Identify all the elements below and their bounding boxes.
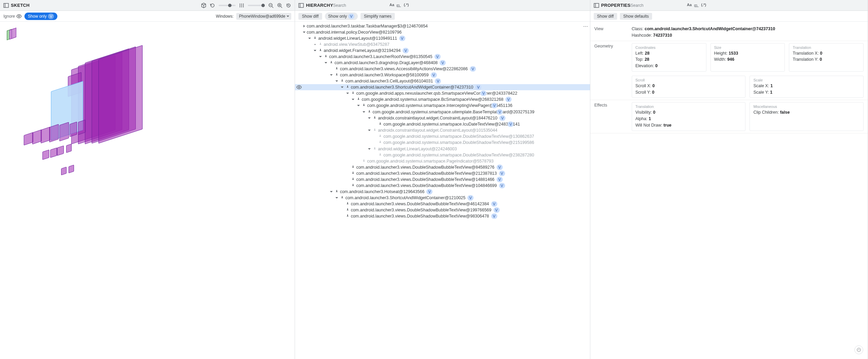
zoom-out-icon[interactable] [268,3,274,8]
depth-slider[interactable] [248,5,265,6]
expand-toggle[interactable] [302,31,307,34]
expand-toggle[interactable] [318,55,323,58]
pin-icon[interactable] [335,190,338,193]
pin-icon[interactable] [319,49,322,52]
simplify-names-button[interactable]: Simplify names [361,13,395,20]
expand-toggle[interactable] [302,24,307,28]
tree-row[interactable]: com.android.launcher3.views.DoubleShadow… [295,164,590,170]
tree-row[interactable]: com.android.launcher3.Workspace@58100959… [295,72,590,78]
history-icon[interactable] [286,3,291,8]
pin-icon[interactable] [330,61,333,64]
pin-icon[interactable] [373,116,376,120]
pin-icon[interactable] [373,147,376,151]
pin-icon[interactable] [373,129,376,132]
ignore-toggle[interactable]: Ignore [3,14,22,19]
tree-row[interactable]: com.android.launcher3.views.DoubleShadow… [295,183,590,189]
sketch-3d-view[interactable] [0,22,295,359]
pin-icon[interactable] [378,153,382,157]
pin-icon[interactable] [357,98,360,101]
pin-icon[interactable] [340,196,344,200]
tree-row[interactable]: android.widget.FrameLayout@32194294V [295,48,590,54]
pin-icon[interactable] [324,55,328,58]
tree-row[interactable]: com.android.launcher3.views.DoubleShadow… [295,176,590,183]
expand-toggle[interactable] [334,79,339,83]
pin-icon[interactable] [351,172,355,175]
cube-icon[interactable] [201,3,206,8]
show-only-button[interactable]: Show only V [325,13,358,20]
pin-icon[interactable] [378,141,382,144]
expand-toggle[interactable] [307,37,312,40]
tree-row[interactable]: androidx.constraintlayout.widget.Constra… [295,127,590,133]
tree-row[interactable]: com.google.android.systemui.smartspace.D… [295,139,590,146]
tree-row[interactable]: android.widget.LinearLayout@224246003 [295,146,590,152]
expand-toggle[interactable] [362,110,366,114]
pin-icon[interactable] [313,37,317,40]
tree-row[interactable]: com.android.launcher3.Hotseat@129643566V [295,189,590,195]
sketch-minimap[interactable] [6,28,18,42]
tree-row[interactable]: com.google.android.systemui.smartspace.I… [295,121,590,127]
tree-row[interactable]: com.google.android.systemui.smartspace.D… [295,152,590,158]
expand-toggle[interactable] [345,92,350,95]
expand-toggle[interactable] [367,147,372,151]
show-diff-button[interactable]: Show diff [594,13,617,20]
tree-row[interactable]: com.google.android.systemui.smartspace.D… [295,133,590,139]
pin-icon[interactable] [346,208,349,212]
search-input[interactable] [631,3,685,8]
expand-toggle[interactable] [356,104,361,107]
pin-icon[interactable] [362,159,366,163]
word-match-icon[interactable] [396,3,402,8]
tree-row[interactable]: com.android.launcher3.ShortcutAndWidgetC… [295,84,590,90]
pin-icon[interactable] [346,86,349,89]
tree-row[interactable]: android.view.ViewStub@63475287 [295,41,590,48]
tree-row[interactable]: com.android.launcher3.views.DoubleShadow… [295,170,590,176]
tree-row[interactable]: com.google.android.apps.nexuslauncher.qs… [295,90,590,96]
hierarchy-tree[interactable]: com.android.launcher3.taskbar.TaskbarMan… [295,22,590,359]
tree-row[interactable]: com.android.internal.policy.DecorView@82… [295,29,590,35]
pin-icon[interactable] [351,178,355,181]
zoom-in-icon[interactable] [277,3,282,8]
spacing-slider[interactable] [219,5,236,6]
pin-icon[interactable] [335,67,338,71]
tree-row[interactable]: com.android.launcher3.dragndrop.DragLaye… [295,60,590,66]
pin-icon[interactable] [378,135,382,138]
word-match-icon[interactable] [694,3,699,8]
pin-icon[interactable] [368,110,371,114]
tree-row[interactable]: com.google.android.systemui.smartspace.I… [295,102,590,109]
pin-icon[interactable] [319,43,322,46]
pin-icon[interactable] [351,166,355,169]
rotate-icon[interactable] [210,3,215,8]
pin-icon[interactable] [362,104,366,107]
match-case-icon[interactable]: Aa [687,3,692,8]
expand-toggle[interactable] [329,73,334,77]
tree-row[interactable]: com.google.android.systemui.smartspace.B… [295,96,590,102]
search-input[interactable] [333,3,387,8]
pin-icon[interactable] [340,79,344,83]
expand-toggle[interactable] [367,116,372,120]
pin-icon[interactable] [335,73,338,77]
show-diff-button[interactable]: Show diff [298,13,322,20]
tree-row[interactable]: com.android.launcher3.ShortcutAndWidgetC… [295,195,590,201]
windows-select[interactable]: PhoneWindow@ad699de [236,13,291,20]
tree-row[interactable]: com.android.launcher3.LauncherRootView@8… [295,54,590,60]
tree-row[interactable]: android.widget.LinearLayout@110949111V [295,35,590,41]
tree-row[interactable]: com.google.android.systemui.smartspace.P… [295,158,590,164]
tree-row[interactable]: com.android.launcher3.views.DoubleShadow… [295,201,590,207]
tree-row[interactable]: com.android.launcher3.views.Accessibilit… [295,66,590,72]
expand-toggle[interactable] [340,86,345,89]
tree-row[interactable]: com.android.launcher3.taskbar.TaskbarMan… [295,23,590,29]
expand-toggle[interactable] [313,43,317,46]
match-case-icon[interactable]: Aa [389,3,394,8]
pin-icon[interactable] [351,92,355,95]
regex-icon[interactable]: (.*) [404,3,409,8]
tree-row[interactable]: com.android.launcher3.views.DoubleShadow… [295,207,590,213]
pin-icon[interactable] [346,214,349,218]
show-defaults-button[interactable]: Show defaults [620,13,652,20]
pin-icon[interactable] [378,122,382,126]
tree-row[interactable]: com.android.launcher3.views.DoubleShadow… [295,213,590,219]
more-icon[interactable]: ⋯ [583,24,588,29]
expand-toggle[interactable] [367,129,372,132]
tree-row[interactable]: com.android.launcher3.CellLayout@6610403… [295,78,590,84]
tree-row[interactable]: androidx.constraintlayout.widget.Constra… [295,115,590,121]
scroll-top-fab[interactable] [854,345,863,354]
regex-icon[interactable]: (.*) [701,3,706,8]
